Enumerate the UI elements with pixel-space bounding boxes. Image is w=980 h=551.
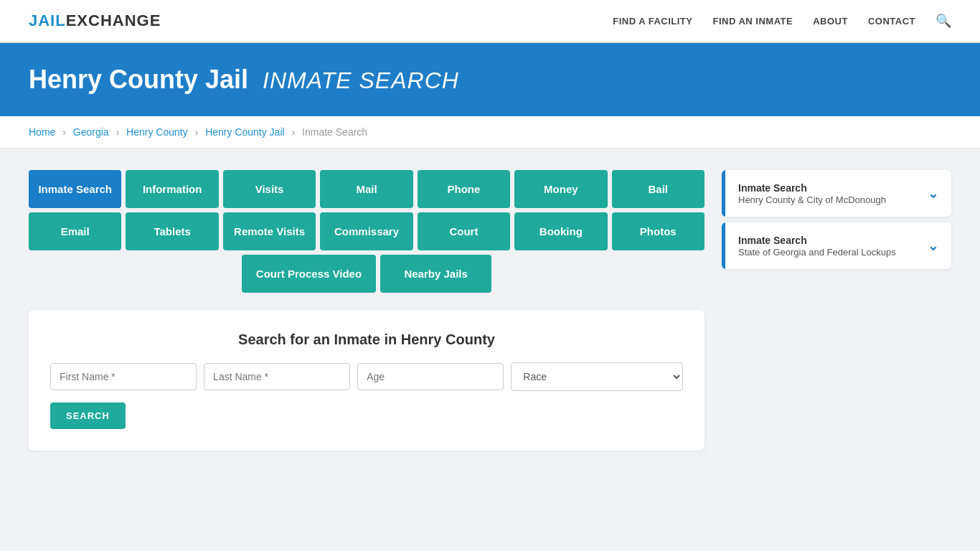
hero-title-italic: INMATE SEARCH: [263, 67, 459, 93]
race-select[interactable]: Race White Black Hispanic Asian Other: [511, 362, 683, 391]
breadcrumb-henry-county[interactable]: Henry County: [126, 126, 188, 138]
age-input[interactable]: [357, 363, 504, 390]
hero-title-bold: Henry County Jail: [29, 65, 248, 94]
search-button[interactable]: SEARCH: [50, 402, 126, 429]
tab-visits[interactable]: Visits: [223, 170, 316, 208]
chevron-down-icon-1: ⌄: [928, 186, 938, 202]
sidebar-card-1-header[interactable]: Inmate Search Henry County & City of McD…: [722, 170, 951, 217]
hero-section: Henry County Jail INMATE SEARCH: [0, 43, 980, 116]
search-title: Search for an Inmate in Henry County: [50, 331, 683, 348]
breadcrumb-sep-3: ›: [195, 126, 199, 138]
nav-find-inmate[interactable]: FIND AN INMATE: [712, 16, 793, 27]
logo-part2: EXCHANGE: [66, 11, 161, 29]
search-icon[interactable]: 🔍: [936, 13, 951, 29]
logo[interactable]: JAILEXCHANGE: [29, 11, 161, 30]
sidebar-card-1-subtitle: Henry County & City of McDonough: [738, 194, 886, 205]
main-content: Inmate Search Information Visits Mail Ph…: [0, 149, 980, 472]
tab-remote-visits[interactable]: Remote Visits: [223, 212, 316, 250]
breadcrumb: Home › Georgia › Henry County › Henry Co…: [0, 116, 980, 149]
hero-title: Henry County Jail INMATE SEARCH: [29, 65, 951, 95]
chevron-down-icon-2: ⌄: [928, 238, 938, 254]
tab-photos[interactable]: Photos: [612, 212, 705, 250]
last-name-input[interactable]: [204, 363, 350, 390]
sidebar-card-2: Inmate Search State of Georgia and Feder…: [722, 222, 951, 269]
breadcrumb-sep-4: ›: [292, 126, 296, 138]
tab-tablets[interactable]: Tablets: [126, 212, 218, 250]
sidebar-card-1-title: Inmate Search: [738, 182, 886, 194]
tab-money[interactable]: Money: [514, 170, 607, 208]
breadcrumb-henry-county-jail[interactable]: Henry County Jail: [205, 126, 285, 138]
tabs-row-3: Court Process Video Nearby Jails: [29, 255, 705, 293]
breadcrumb-sep-2: ›: [116, 126, 120, 138]
tab-phone[interactable]: Phone: [418, 170, 510, 208]
breadcrumb-sep-1: ›: [62, 126, 66, 138]
logo-part1: JAIL: [29, 11, 66, 29]
tabs-row-2: Email Tablets Remote Visits Commissary C…: [29, 212, 705, 250]
tabs-row-1: Inmate Search Information Visits Mail Ph…: [29, 170, 705, 208]
nav-find-facility[interactable]: FIND A FACILITY: [613, 16, 692, 27]
sidebar-card-2-header[interactable]: Inmate Search State of Georgia and Feder…: [722, 222, 951, 269]
content-area: Inmate Search Information Visits Mail Ph…: [29, 170, 705, 451]
search-box: Search for an Inmate in Henry County Rac…: [29, 310, 705, 451]
tab-court[interactable]: Court: [418, 212, 510, 250]
tab-nearby-jails[interactable]: Nearby Jails: [380, 255, 491, 293]
sidebar-card-2-subtitle: State of Georgia and Federal Lockups: [738, 247, 896, 258]
sidebar-card-1: Inmate Search Henry County & City of McD…: [722, 170, 951, 217]
tab-mail[interactable]: Mail: [320, 170, 413, 208]
tab-bail[interactable]: Bail: [612, 170, 705, 208]
breadcrumb-georgia[interactable]: Georgia: [73, 126, 109, 138]
sidebar-card-2-text: Inmate Search State of Georgia and Feder…: [738, 234, 896, 258]
first-name-input[interactable]: [50, 363, 197, 390]
search-fields: Race White Black Hispanic Asian Other: [50, 362, 683, 391]
tab-information[interactable]: Information: [126, 170, 218, 208]
nav-about[interactable]: ABOUT: [813, 16, 848, 27]
tab-booking[interactable]: Booking: [514, 212, 607, 250]
tab-commissary[interactable]: Commissary: [320, 212, 413, 250]
nav-contact[interactable]: CONTACT: [868, 16, 915, 27]
sidebar: Inmate Search Henry County & City of McD…: [722, 170, 951, 451]
header: JAILEXCHANGE FIND A FACILITY FIND AN INM…: [0, 0, 980, 43]
sidebar-card-1-text: Inmate Search Henry County & City of McD…: [738, 182, 886, 205]
sidebar-card-2-title: Inmate Search: [738, 234, 896, 247]
breadcrumb-home[interactable]: Home: [29, 126, 55, 138]
breadcrumb-current: Inmate Search: [302, 126, 367, 138]
tab-email[interactable]: Email: [29, 212, 121, 250]
main-nav: FIND A FACILITY FIND AN INMATE ABOUT CON…: [613, 13, 951, 29]
tab-court-process-video[interactable]: Court Process Video: [242, 255, 376, 293]
tab-inmate-search[interactable]: Inmate Search: [29, 170, 121, 208]
